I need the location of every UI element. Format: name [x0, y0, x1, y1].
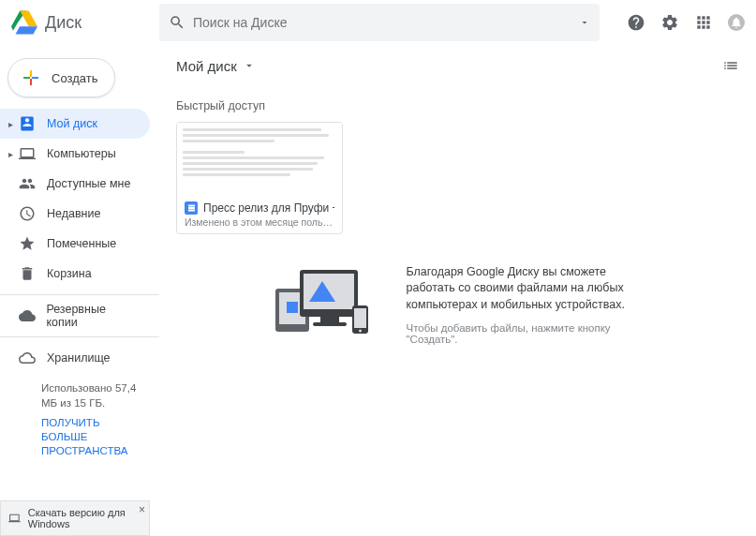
sidebar-item-computers[interactable]: ▸ Компьютеры [0, 139, 150, 169]
sidebar-item-label: Доступные мне [47, 177, 130, 190]
create-label: Создать [52, 71, 97, 85]
breadcrumb[interactable]: Мой диск [176, 58, 256, 74]
drive-icon [19, 115, 36, 132]
close-icon[interactable]: × [139, 503, 145, 516]
create-button[interactable]: Создать [7, 58, 115, 97]
shared-icon [19, 175, 36, 192]
search-bar[interactable] [159, 4, 600, 41]
svg-rect-6 [320, 317, 339, 322]
cloud-outline-icon [19, 350, 36, 366]
settings-icon[interactable] [660, 13, 679, 32]
drive-logo-icon [11, 9, 37, 36]
computer-icon [19, 145, 36, 162]
sidebar-item-starred[interactable]: Помеченные [0, 229, 150, 259]
sidebar-item-recent[interactable]: Недавние [0, 199, 150, 229]
sidebar-item-label: Резервные копии [46, 303, 139, 329]
storage-used-text: Использовано 57,4 МБ из 15 ГБ. [41, 380, 148, 410]
quick-access-card[interactable]: Пресс релиз для Пруфи + легенда ... Изме… [176, 122, 343, 234]
doc-preview [177, 123, 342, 196]
svg-rect-7 [313, 322, 347, 326]
trash-icon [19, 265, 36, 282]
download-label: Скачать версию для Windows [28, 507, 141, 529]
plus-icon [20, 67, 42, 89]
sidebar-item-my-drive[interactable]: ▸ Мой диск [0, 109, 150, 139]
dropdown-icon [243, 59, 256, 72]
breadcrumb-label: Мой диск [176, 58, 237, 74]
sidebar-item-storage[interactable]: Хранилище [0, 343, 150, 373]
empty-sub: Чтобы добавить файлы, нажмите кнопку "Со… [407, 322, 650, 345]
sidebar-item-label: Мой диск [47, 117, 97, 130]
clock-icon [19, 205, 36, 222]
account-avatar[interactable] [728, 14, 745, 31]
sidebar-item-shared[interactable]: Доступные мне [0, 169, 150, 199]
empty-headline: Благодаря Google Диску вы сможете работа… [407, 264, 650, 314]
sidebar-item-label: Помеченные [47, 237, 116, 250]
search-input[interactable] [193, 15, 579, 30]
search-icon [169, 14, 185, 31]
sidebar-item-trash[interactable]: Корзина [0, 259, 150, 289]
file-title: Пресс релиз для Пруфи + легенда ... [203, 201, 334, 215]
expand-icon[interactable]: ▸ [4, 119, 17, 129]
apps-icon[interactable] [694, 13, 713, 32]
svg-rect-2 [287, 302, 298, 313]
logo[interactable]: Диск [11, 9, 159, 36]
help-icon[interactable] [627, 13, 645, 32]
sidebar-item-label: Компьютеры [47, 147, 116, 160]
cloud-icon [19, 307, 36, 324]
list-view-icon[interactable] [722, 57, 739, 74]
sidebar-item-label: Хранилище [47, 351, 111, 365]
download-windows-banner[interactable]: Скачать версию для Windows × [0, 500, 150, 536]
download-icon [8, 511, 21, 526]
svg-rect-9 [354, 308, 366, 328]
app-name: Диск [45, 13, 82, 33]
file-modified: Изменено в этом месяце пользователем ... [185, 216, 334, 228]
sidebar-item-label: Недавние [47, 207, 100, 220]
bell-icon [730, 16, 743, 29]
empty-state-illustration [266, 262, 378, 347]
search-dropdown-icon[interactable] [579, 17, 590, 28]
expand-icon[interactable]: ▸ [4, 149, 17, 159]
quick-access-title: Быстрый доступ [176, 99, 739, 112]
sidebar-item-label: Корзина [47, 267, 92, 280]
docs-icon [185, 201, 198, 215]
sidebar-item-backups[interactable]: Резервные копии [0, 301, 150, 331]
storage-upgrade-link[interactable]: ПОЛУЧИТЬ БОЛЬШЕ ПРОСТРАНСТВА [41, 416, 148, 458]
svg-point-10 [359, 330, 362, 333]
star-icon [19, 235, 36, 252]
